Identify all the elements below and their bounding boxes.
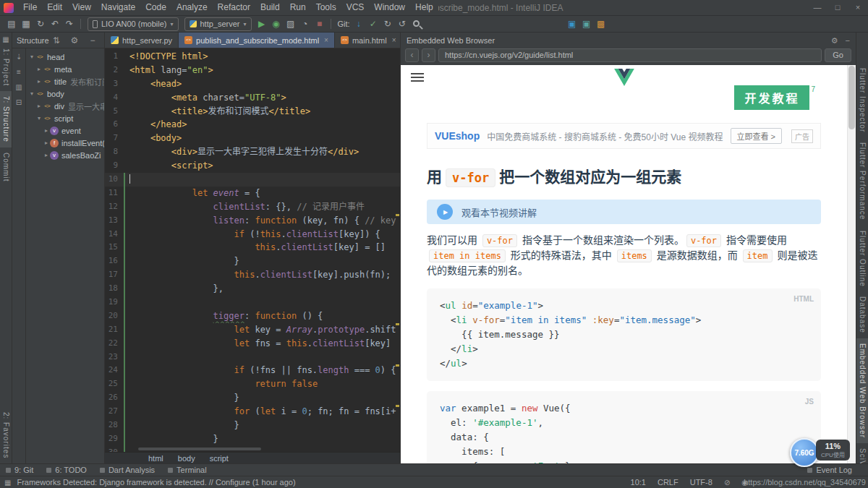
plugin-icon[interactable]: ▩ bbox=[594, 17, 608, 31]
code-line[interactable]: 13 listen: function (key, fn) { // key bbox=[105, 214, 400, 228]
git-update-icon[interactable]: ↓ bbox=[352, 17, 366, 31]
code-line[interactable]: 6 </head> bbox=[105, 118, 400, 132]
tab-close-icon[interactable]: × bbox=[324, 36, 328, 44]
file-encoding[interactable]: UTF-8 bbox=[690, 478, 712, 487]
browser-back-button[interactable]: ‹ bbox=[405, 48, 419, 62]
code-line[interactable]: 23 bbox=[105, 351, 400, 364]
tool-window-switcher-icon[interactable]: ▦ bbox=[4, 479, 11, 487]
menu-build[interactable]: Build bbox=[255, 0, 285, 15]
code-line[interactable]: 11 let event = { bbox=[105, 187, 400, 200]
menu-code[interactable]: Code bbox=[140, 0, 171, 15]
stop-button[interactable]: ■ bbox=[312, 17, 327, 31]
video-callout[interactable]: ▶ 观看本节视频讲解 bbox=[427, 200, 821, 224]
tool-button-structure[interactable]: 7: Structure bbox=[0, 91, 12, 147]
code-line[interactable]: 4 <meta charset="UTF-8"> bbox=[105, 91, 400, 105]
open-project-icon[interactable]: ▤ bbox=[4, 17, 19, 31]
breadcrumb-item-script[interactable]: script bbox=[210, 454, 229, 463]
minimize-button[interactable]: — bbox=[807, 0, 827, 15]
lock-icon[interactable]: ⊘ bbox=[724, 479, 730, 487]
menu-analyze[interactable]: Analyze bbox=[171, 0, 213, 15]
menu-refactor[interactable]: Refactor bbox=[213, 0, 255, 15]
redo-icon[interactable]: ↷ bbox=[62, 17, 77, 31]
menu-tools[interactable]: Tools bbox=[311, 0, 341, 15]
code-area[interactable]: 1<!DOCTYPE html>2<html lang="en">3 <head… bbox=[105, 48, 400, 452]
caret-position[interactable]: 10:1 bbox=[631, 478, 646, 487]
menu-help[interactable]: Help bbox=[410, 0, 438, 15]
layout-editor-icon[interactable]: ▣ bbox=[565, 17, 579, 31]
collapse-all-icon[interactable]: ⊟ bbox=[13, 98, 25, 107]
git-history-icon[interactable]: ↻ bbox=[380, 17, 395, 31]
hide-panel-icon[interactable]: − bbox=[846, 36, 850, 46]
play-icon[interactable]: ▶ bbox=[437, 204, 453, 220]
memory-indicator[interactable]: 7.60G bbox=[790, 438, 819, 467]
code-line[interactable]: 14 if (!this.clientList[key]) { bbox=[105, 228, 400, 241]
structure-item-script[interactable]: ▾<>script bbox=[26, 112, 104, 124]
code-line[interactable]: 19 bbox=[105, 296, 400, 309]
search-everywhere-icon[interactable] bbox=[409, 17, 424, 31]
undo-icon[interactable]: ↶ bbox=[48, 17, 62, 31]
code-line[interactable]: 15 this.clientList[key] = [] bbox=[105, 241, 400, 254]
sort-alpha-icon[interactable]: ⇣ bbox=[13, 53, 25, 61]
tool-button-dart-analysis[interactable]: Dart Analysis bbox=[100, 466, 155, 474]
code-line[interactable]: 18 }, bbox=[105, 282, 400, 296]
code-line[interactable]: 7 <body> bbox=[105, 132, 400, 145]
coverage-button[interactable]: ▨ bbox=[284, 17, 298, 31]
code-line[interactable]: 8 <div>显示一大串字三犯得上发生十分符</div> bbox=[105, 145, 400, 159]
code-line[interactable]: 2<html lang="en"> bbox=[105, 64, 400, 77]
code-line[interactable]: 26 } bbox=[105, 391, 400, 405]
tool-button-sciview[interactable]: SciView bbox=[856, 443, 868, 463]
tool-button-flutter-performance[interactable]: Flutter Performance bbox=[856, 137, 868, 225]
structure-item-body[interactable]: ▾<>body bbox=[26, 87, 104, 100]
profiler-button[interactable]: ◔ bbox=[298, 17, 312, 31]
code-line[interactable]: 28 } bbox=[105, 419, 400, 432]
code-line[interactable]: 25 return false bbox=[105, 377, 400, 391]
code-line[interactable]: 21 let key = Array.prototype.shift bbox=[105, 323, 400, 337]
code-line[interactable]: 29 } bbox=[105, 432, 400, 446]
structure-item-event[interactable]: ▸vevent bbox=[26, 124, 104, 137]
git-commit-icon[interactable]: ✓ bbox=[366, 17, 380, 31]
code-line[interactable]: 5 <title>发布和订阅模式</title> bbox=[105, 105, 400, 119]
hide-icon[interactable]: − bbox=[85, 33, 100, 48]
vue-logo[interactable] bbox=[614, 69, 634, 88]
code-line[interactable]: 22 let fns = this.clientList[key] bbox=[105, 337, 400, 351]
sort-icon[interactable]: ⇅ bbox=[49, 33, 64, 48]
group-icon[interactable]: ≡ bbox=[13, 68, 25, 77]
tab-close-icon[interactable]: × bbox=[392, 36, 396, 44]
editor-tab-http-server-py[interactable]: http_server.py bbox=[105, 33, 179, 48]
structure-item-salesbaozi[interactable]: ▸vsalesBaoZi bbox=[26, 149, 104, 161]
tool-button-9-git[interactable]: 9: Git bbox=[6, 466, 33, 474]
menu-view[interactable]: View bbox=[67, 0, 96, 15]
tool-button-flutter-inspector[interactable]: Flutter Inspector bbox=[856, 63, 868, 137]
structure-item-installevent-ob[interactable]: ▸finstallEvent(ob... bbox=[26, 137, 104, 149]
browser-scrollbar[interactable] bbox=[847, 65, 856, 463]
git-rollback-icon[interactable]: ↺ bbox=[395, 17, 409, 31]
code-line[interactable]: 16 } bbox=[105, 254, 400, 268]
editor-tab-main-html[interactable]: <>main.html× bbox=[335, 33, 403, 48]
code-line[interactable]: 1<!DOCTYPE html> bbox=[105, 50, 400, 64]
maximize-button[interactable]: □ bbox=[827, 0, 848, 15]
code-line[interactable]: 3 <head> bbox=[105, 77, 400, 91]
gear-icon[interactable]: ⚙ bbox=[831, 36, 838, 46]
sync-icon[interactable]: ↻ bbox=[33, 17, 48, 31]
tool-button-database[interactable]: Database bbox=[856, 291, 868, 338]
structure-item-head[interactable]: ▾<>head bbox=[26, 51, 104, 63]
device-selector[interactable]: LIO AN00 (mobile) ▾ bbox=[88, 17, 179, 31]
save-all-icon[interactable]: ▦ bbox=[19, 17, 33, 31]
tool-button-embedded-web-browser[interactable]: Embedded Web Browser bbox=[856, 338, 868, 443]
code-line[interactable]: 9 <script> bbox=[105, 159, 400, 173]
tool-button-terminal[interactable]: Terminal bbox=[168, 466, 207, 474]
code-line[interactable]: 20 tigger: function () { bbox=[105, 309, 400, 323]
browser-forward-button[interactable]: › bbox=[422, 48, 435, 62]
tool-button-project[interactable]: 1: Project bbox=[0, 43, 12, 91]
promo-banner[interactable]: 开发教程 bbox=[734, 85, 809, 110]
menu-file[interactable]: File bbox=[18, 0, 42, 15]
structure-item-div[interactable]: ▸<>div显示一大串字三... bbox=[26, 100, 104, 112]
layout-preview-icon[interactable]: ▣ bbox=[579, 17, 594, 31]
editor-horizontal-scrollbar[interactable] bbox=[138, 448, 261, 450]
menu-edit[interactable]: Edit bbox=[42, 0, 67, 15]
tool-button-6-todo[interactable]: 6: TODO bbox=[46, 466, 87, 474]
menu-navigate[interactable]: Navigate bbox=[96, 0, 140, 15]
hamburger-menu-icon[interactable] bbox=[411, 73, 424, 84]
run-config-selector[interactable]: http_server ▾ bbox=[184, 17, 252, 31]
structure-item-title[interactable]: ▸<>title发布和订阅模式 bbox=[26, 75, 104, 87]
